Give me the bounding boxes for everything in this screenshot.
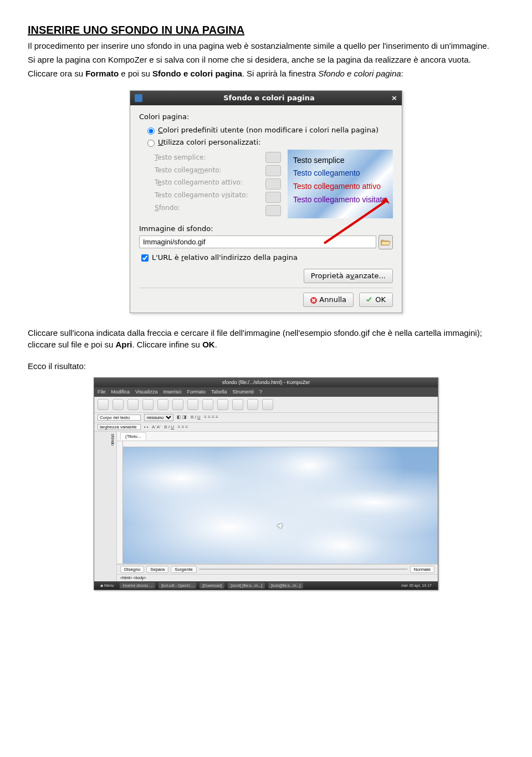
toolbar-icon[interactable] (142, 399, 154, 410)
kompozer-canvas[interactable] (117, 441, 438, 564)
document-tab[interactable]: (Titolo... (120, 432, 146, 440)
url-relative-checkbox[interactable] (141, 254, 149, 262)
kompozer-screenshot: sfondo (file:/.../sfondo.html) - KompoZe… (94, 377, 438, 590)
ruler-horizontal (117, 441, 438, 447)
advanced-properties-button[interactable]: Proprietà avanzate... (304, 269, 393, 283)
section-colori-pagina: Colori pagina: (139, 112, 393, 122)
browse-button[interactable] (378, 235, 393, 249)
view-tab-disegno[interactable]: Disegno (120, 566, 144, 573)
menu-file[interactable]: File (98, 388, 106, 396)
toolbar-icon[interactable] (247, 399, 258, 410)
toolbar-icon[interactable] (112, 399, 124, 410)
result-label: Ecco il risultato: (28, 360, 504, 372)
bg-image-label: Immagine di sfondo: (139, 224, 393, 234)
width-select[interactable] (98, 424, 141, 430)
taskbar-item[interactable]: [Download] (200, 582, 224, 589)
swatch-testo-collegamento-visitato[interactable] (265, 192, 281, 203)
ruler-vertical (117, 441, 123, 564)
url-relative-checkbox-row[interactable]: L'URL è relativo all'indirizzo della pag… (139, 253, 393, 263)
toolbar-icon[interactable] (262, 399, 273, 410)
kompozer-status-bar: <html> <body> (117, 574, 438, 581)
intro-para-1: Il procedimento per inserire uno sfondo … (28, 40, 504, 52)
dialog-titlebar: Sfondo e colori pagina × (130, 91, 402, 105)
paragraph-format-select[interactable] (98, 415, 141, 421)
taskbar-clock: mer 20 apr, 19.17 (398, 582, 434, 589)
intro-para-2: Si apre la pagina con KompoZer e si salv… (28, 54, 504, 65)
close-icon[interactable]: × (391, 93, 397, 103)
after-para-1: Cliccare sull'icona indicata dalla frecc… (28, 327, 504, 350)
ok-button[interactable]: OK (359, 293, 393, 307)
taskbar-item[interactable]: [todo][file:s...m...] (268, 582, 303, 589)
kompozer-sidebar[interactable]: sfondo (94, 432, 117, 581)
intro-para-3: Cliccare ora su Formato e poi su Sfondo … (28, 68, 504, 79)
ok-icon (366, 297, 373, 304)
swatch-testo-semplice[interactable] (265, 152, 281, 163)
taskbar-item[interactable]: [tod.odt - OpenO... (158, 582, 196, 589)
swatch-labels: Testo semplice: Testo collegamento: Test… (145, 150, 265, 218)
dialog-sfondo-colori: Sfondo e colori pagina × Colori pagina: … (130, 90, 402, 313)
menu-tabella[interactable]: Tabella (211, 388, 227, 396)
cancel-icon (310, 297, 317, 304)
taskbar-item[interactable]: [scrot] [file:s...m...] (228, 582, 265, 589)
kompozer-menubar: File Modifica Visualizza Inserisci Forma… (94, 387, 438, 397)
dialog-title: Sfondo e colori pagina (147, 93, 391, 103)
toolbar-icon[interactable] (217, 399, 228, 410)
cancel-button[interactable]: Annulla (303, 293, 354, 307)
bg-image-path-input[interactable] (139, 236, 376, 248)
toolbar-icon[interactable] (127, 399, 139, 410)
radio-colori-predefiniti[interactable]: Colori predefiniti utente (non modificar… (145, 125, 393, 135)
radio-colori-personalizzati-input[interactable] (147, 140, 155, 147)
menu-formato[interactable]: Formato (187, 388, 206, 396)
kompozer-view-tabs: Disegno Separa Sorgente Normale (117, 564, 438, 574)
view-tab-sorgente[interactable]: Sorgente (171, 566, 196, 573)
kompozer-document-tabs: (Titolo... (117, 432, 438, 441)
menu-modifica[interactable]: Modifica (111, 388, 130, 396)
toolbar-icon[interactable] (232, 399, 243, 410)
swatch-buttons (265, 150, 288, 218)
toolbar-icon[interactable] (187, 399, 198, 410)
taskbar-item[interactable]: inserire sfondo ... (120, 582, 155, 589)
os-taskbar: ◆ Menu inserire sfondo ... [tod.odt - Op… (94, 581, 438, 590)
view-mode-normale[interactable]: Normale (410, 566, 434, 573)
swatch-testo-collegamento[interactable] (265, 165, 281, 176)
kompozer-titlebar: sfondo (file:/.../sfondo.html) - KompoZe… (94, 378, 438, 387)
menu-visualizza[interactable]: Visualizza (135, 388, 157, 396)
kompozer-toolbar-width: ▪ ▪ A' A' B I U ≡ ≡ ≡ (94, 423, 438, 432)
class-select[interactable]: nessuno (144, 414, 173, 421)
mouse-cursor-icon (277, 524, 283, 530)
kompozer-toolbar-format: nessuno ◧ ◨ B I U ≡ ≡ ≡ ≡ (94, 413, 438, 423)
page-title: INSERIRE UNO SFONDO IN UNA PAGINA (28, 22, 504, 38)
radio-colori-predefiniti-input[interactable] (147, 127, 155, 135)
toolbar-icon[interactable] (202, 399, 213, 410)
color-preview: Testo semplice Testo collegamento Testo … (288, 150, 393, 218)
open-folder-icon (381, 238, 391, 246)
menu-inserisci[interactable]: Inserisci (163, 388, 181, 396)
kompozer-toolbar-main (94, 397, 438, 413)
toolbar-icon[interactable] (98, 399, 109, 410)
dialog-app-icon (135, 94, 142, 102)
menu-strumenti[interactable]: Strumenti (232, 388, 254, 396)
swatch-testo-collegamento-attivo[interactable] (265, 178, 281, 190)
swatch-sfondo[interactable] (265, 205, 281, 216)
toolbar-icon[interactable] (172, 399, 183, 410)
view-tab-separa[interactable]: Separa (146, 566, 168, 573)
radio-colori-personalizzati[interactable]: Utilizza colori personalizzati: (145, 137, 393, 147)
toolbar-icon[interactable] (157, 399, 168, 410)
menu-help[interactable]: ? (259, 388, 262, 396)
